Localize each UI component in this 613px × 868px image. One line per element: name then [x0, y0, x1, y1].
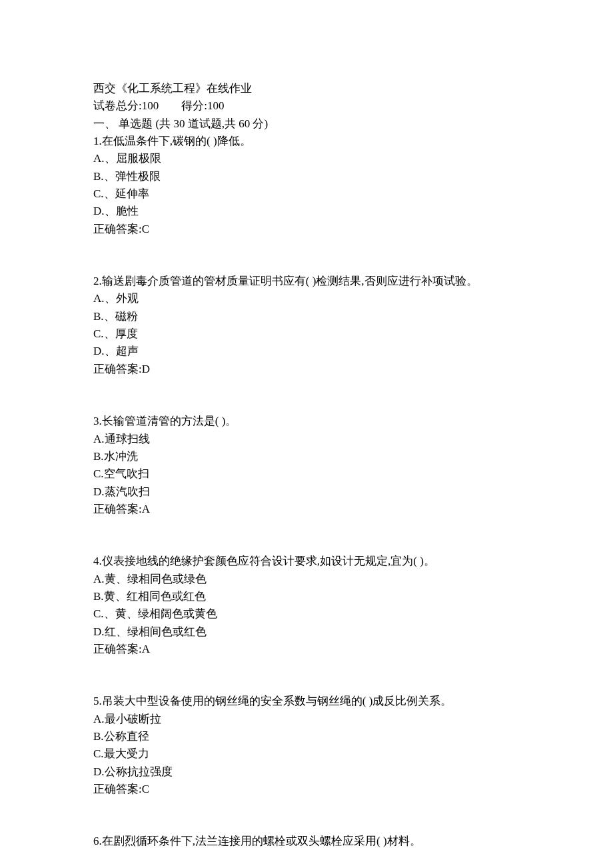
- question-option: C.、黄、绿相阔色或黄色: [93, 605, 520, 623]
- document-page: 西交《化工系统工程》在线作业 试卷总分:100得分:100 一、 单选题 (共 …: [0, 0, 613, 868]
- question-option: B.、弹性极限: [93, 168, 520, 185]
- question-gap: [93, 378, 520, 413]
- question-stem: 2.输送剧毒介质管道的管材质量证明书应有( )检测结果,否则应进行补项试验。: [93, 273, 520, 290]
- question-answer: 正确答案:A: [93, 641, 520, 658]
- question-option: A.、屈服极限: [93, 150, 520, 167]
- question-option: D.公称抗拉强度: [93, 763, 520, 781]
- question-block: 4.仪表接地线的绝缘护套颜色应符合设计要求,如设计无规定,宜为( )。A.黄、绿…: [93, 553, 520, 658]
- score-line: 试卷总分:100得分:100: [93, 97, 520, 115]
- question-option: D.、超声: [93, 343, 520, 360]
- section-heading: 一、 单选题 (共 30 道试题,共 60 分): [93, 115, 520, 133]
- question-option: D.、脆性: [93, 203, 520, 220]
- question-stem: 4.仪表接地线的绝缘护套颜色应符合设计要求,如设计无规定,宜为( )。: [93, 553, 520, 570]
- question-gap: [93, 658, 520, 693]
- question-stem: 1.在低温条件下,碳钢的( )降低。: [93, 133, 520, 150]
- question-stem: 5.吊装大中型设备使用的钢丝绳的安全系数与钢丝绳的( )成反比例关系。: [93, 693, 520, 710]
- question-option: A.黄、绿相同色或绿色: [93, 571, 520, 588]
- question-block: 2.输送剧毒介质管道的管材质量证明书应有( )检测结果,否则应进行补项试验。A.…: [93, 273, 520, 378]
- score-total-value: 100: [142, 99, 159, 112]
- question-answer: 正确答案:A: [93, 501, 520, 518]
- question-option: C.、延伸率: [93, 185, 520, 203]
- question-option: C.最大受力: [93, 745, 520, 763]
- question-stem: 6.在剧烈循环条件下,法兰连接用的螺栓或双头螺栓应采用( )材料。: [93, 833, 520, 850]
- question-gap: [93, 518, 520, 553]
- question-block: 5.吊装大中型设备使用的钢丝绳的安全系数与钢丝绳的( )成反比例关系。A.最小破…: [93, 693, 520, 798]
- question-option: A.、外观: [93, 290, 520, 307]
- question-option: B.、磁粉: [93, 308, 520, 325]
- question-answer: 正确答案:D: [93, 361, 520, 378]
- score-got-value: 100: [207, 99, 225, 112]
- question-stem: 3.长输管道清管的方法是( )。: [93, 413, 520, 430]
- score-got-label: 得分:: [181, 99, 207, 112]
- assignment-title: 西交《化工系统工程》在线作业: [93, 80, 520, 97]
- question-option: B.黄、红相同色或红色: [93, 588, 520, 605]
- question-gap: [93, 798, 520, 833]
- question-answer: 正确答案:C: [93, 221, 520, 238]
- question-option: A.最小破断拉: [93, 711, 520, 728]
- question-option: C.空气吹扫: [93, 465, 520, 483]
- questions-container: 1.在低温条件下,碳钢的( )降低。A.、屈服极限B.、弹性极限C.、延伸率D.…: [93, 133, 520, 851]
- question-option: B.公称直径: [93, 728, 520, 745]
- question-gap: [93, 238, 520, 273]
- question-option: B.水冲洗: [93, 448, 520, 465]
- score-total-label: 试卷总分:: [93, 99, 142, 112]
- question-block: 6.在剧烈循环条件下,法兰连接用的螺栓或双头螺栓应采用( )材料。: [93, 833, 520, 850]
- question-option: D.蒸汽吹扫: [93, 483, 520, 501]
- question-answer: 正确答案:C: [93, 781, 520, 798]
- question-option: A.通球扫线: [93, 431, 520, 448]
- question-option: C.、厚度: [93, 325, 520, 343]
- question-option: D.红、绿相间色或红色: [93, 623, 520, 641]
- question-block: 1.在低温条件下,碳钢的( )降低。A.、屈服极限B.、弹性极限C.、延伸率D.…: [93, 133, 520, 238]
- question-block: 3.长输管道清管的方法是( )。A.通球扫线B.水冲洗C.空气吹扫D.蒸汽吹扫正…: [93, 413, 520, 518]
